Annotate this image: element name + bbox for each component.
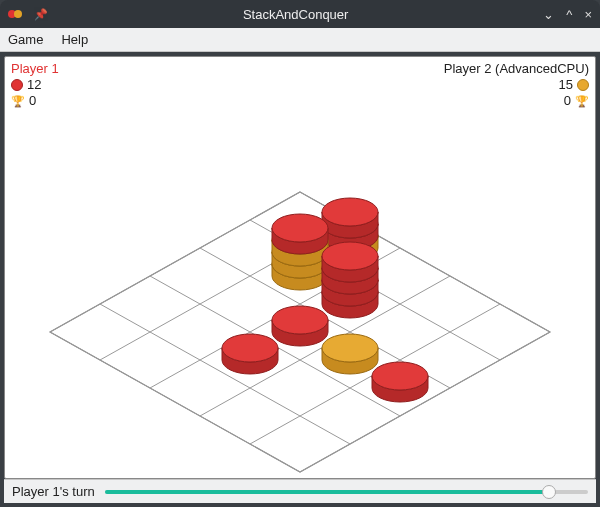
stack-piece-top[interactable]	[372, 362, 428, 390]
app-window: 📌 StackAndConquer ⌄ ^ × Game Help Player…	[0, 0, 600, 507]
maximize-button[interactable]: ^	[566, 7, 572, 22]
statusbar: Player 1's turn	[4, 479, 596, 503]
stack-piece-top[interactable]	[222, 334, 278, 362]
stack-piece-top[interactable]	[322, 242, 378, 270]
game-board[interactable]	[5, 57, 595, 477]
zoom-slider[interactable]	[105, 483, 588, 501]
menu-help[interactable]: Help	[61, 32, 88, 47]
window-controls: ⌄ ^ ×	[543, 7, 592, 22]
menubar: Game Help	[0, 28, 600, 52]
pin-icon[interactable]: 📌	[34, 8, 48, 21]
stack-piece-top[interactable]	[322, 334, 378, 362]
window-title: StackAndConquer	[48, 7, 543, 22]
stack-piece-top[interactable]	[272, 214, 328, 242]
close-button[interactable]: ×	[584, 7, 592, 22]
app-icon	[8, 8, 24, 20]
board-frame: Player 1 12 🏆 0 Player 2 (AdvancedCPU) 1…	[4, 56, 596, 479]
main-area: Player 1 12 🏆 0 Player 2 (AdvancedCPU) 1…	[0, 52, 600, 507]
titlebar[interactable]: 📌 StackAndConquer ⌄ ^ ×	[0, 0, 600, 28]
stack-piece-top[interactable]	[272, 306, 328, 334]
menu-game[interactable]: Game	[8, 32, 43, 47]
stack-piece-top[interactable]	[322, 198, 378, 226]
status-text: Player 1's turn	[12, 484, 95, 499]
minimize-button[interactable]: ⌄	[543, 7, 554, 22]
